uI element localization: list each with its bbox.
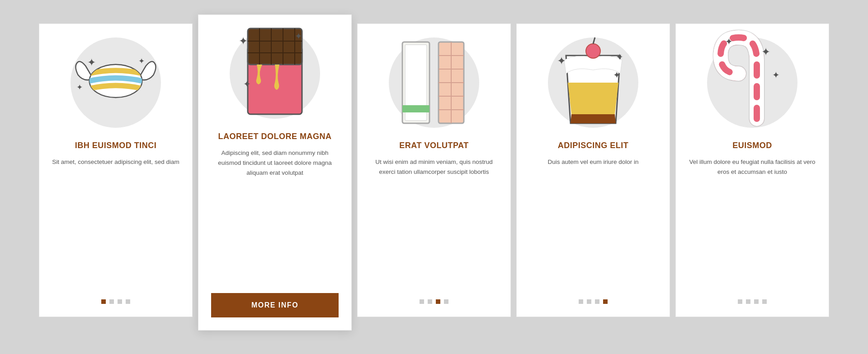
dot-1-3: [118, 299, 122, 304]
card-3-dots: [420, 299, 448, 304]
svg-text:✦: ✦: [295, 31, 302, 41]
card-5-title: EUISMOD: [732, 140, 772, 151]
card-5-dots: [738, 299, 767, 304]
cane-icon-circle: ✦ ✦ ✦: [707, 37, 797, 128]
card-4-dots: [579, 299, 608, 304]
more-info-button[interactable]: MORE INFO: [211, 293, 339, 317]
svg-text:✦: ✦: [243, 79, 251, 89]
candy-icon-circle: ✦ ✦ ✦: [71, 37, 161, 128]
card-2-text: Adipiscing elit, sed diam nonummy nibh e…: [211, 148, 339, 284]
svg-point-26: [586, 44, 600, 58]
dot-4-3: [595, 299, 599, 304]
svg-text:✦: ✦: [557, 55, 566, 67]
svg-text:✦: ✦: [87, 56, 96, 68]
dot-3-3: [436, 299, 440, 304]
card-1-text: Sit amet, consectetuer adipiscing elit, …: [52, 157, 179, 289]
card-2-title: LAOREET DOLORE MAGNA: [218, 131, 332, 142]
dot-3-2: [428, 299, 432, 304]
dot-5-2: [746, 299, 750, 304]
cards-container: ✦ ✦ ✦ IBH EUISMOD TINCI Sit amet, consec…: [12, 5, 856, 349]
dot-1-4: [126, 299, 130, 304]
dot-1-1: [101, 299, 106, 304]
chocolate-icon-circle: ✦ ✦ ✦: [230, 28, 320, 119]
card-4-text: Duis autem vel eum iriure dolor in: [547, 157, 638, 289]
card-4-title: ADIPISCING ELIT: [558, 140, 629, 151]
dot-1-2: [109, 299, 114, 304]
svg-text:✦: ✦: [138, 57, 145, 65]
svg-line-27: [593, 37, 595, 44]
svg-rect-18: [402, 105, 429, 112]
card-3: ERAT VOLUTPAT Ut wisi enim ad minim veni…: [357, 23, 511, 317]
card-2: ✦ ✦ ✦ LAOREET DOLORE MAGNA Adipiscing el…: [198, 14, 352, 331]
svg-text:✦: ✦: [761, 46, 770, 58]
dot-3-4: [444, 299, 448, 304]
svg-rect-6: [248, 28, 302, 65]
card-1: ✦ ✦ ✦ IBH EUISMOD TINCI Sit amet, consec…: [39, 23, 193, 317]
svg-text:✦: ✦: [239, 35, 248, 47]
dot-4-2: [587, 299, 591, 304]
drink-icon-circle: ✦ ✦ ✦: [548, 37, 638, 128]
svg-text:✦: ✦: [616, 52, 623, 62]
dot-4-1: [579, 299, 583, 304]
wafer-icon-circle: [389, 37, 479, 128]
card-4: ✦ ✦ ✦ ADIPISCING ELIT Duis autem vel eum…: [516, 23, 670, 317]
card-3-text: Ut wisi enim ad minim veniam, quis nostr…: [370, 157, 498, 289]
card-5-text: Vel illum dolore eu feugiat nulla facili…: [689, 157, 816, 289]
card-1-title: IBH EUISMOD TINCI: [75, 140, 157, 151]
card-3-title: ERAT VOLUTPAT: [399, 140, 469, 151]
svg-text:✦: ✦: [772, 70, 780, 80]
svg-text:✦: ✦: [613, 70, 621, 80]
dot-5-3: [754, 299, 759, 304]
dot-5-1: [738, 299, 742, 304]
dot-3-1: [420, 299, 424, 304]
card-1-dots: [101, 299, 130, 304]
svg-text:✦: ✦: [76, 84, 83, 92]
dot-5-4: [762, 299, 767, 304]
card-5: ✦ ✦ ✦ EUISMOD Vel illum dolore eu feugia…: [675, 23, 829, 317]
svg-text:✦: ✦: [725, 37, 733, 47]
dot-4-4: [603, 299, 608, 304]
